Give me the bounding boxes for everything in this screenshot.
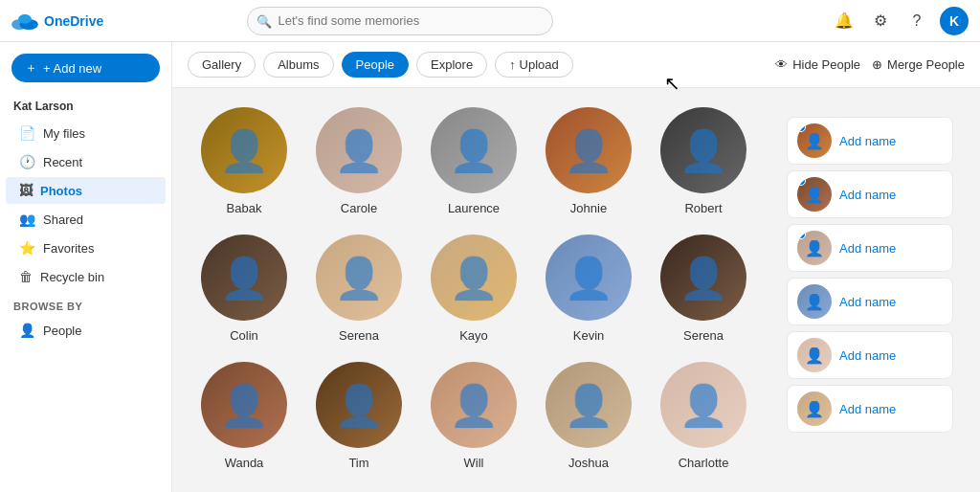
sidebar-label-recycle-bin: Recycle bin bbox=[40, 270, 104, 284]
user-avatar-btn[interactable]: K bbox=[940, 7, 969, 35]
person-card-colin[interactable]: 👤 Colin bbox=[191, 235, 297, 343]
help-btn[interactable]: ? bbox=[903, 8, 930, 34]
add-name-4[interactable]: Add name bbox=[839, 348, 896, 363]
sidebar-label-shared: Shared bbox=[43, 212, 83, 227]
tab-people[interactable]: People bbox=[342, 52, 409, 78]
unknown-avatar-4: 👤 bbox=[797, 338, 832, 372]
sidebar-label-people: People bbox=[43, 324, 81, 338]
sidebar-item-recent[interactable]: 🕐 Recent bbox=[6, 148, 166, 175]
notification-btn[interactable]: 🔔 bbox=[831, 8, 858, 34]
add-name-3[interactable]: Add name bbox=[839, 295, 896, 309]
add-name-5[interactable]: Add name bbox=[839, 402, 896, 416]
person-avatar-johnie: 👤 bbox=[546, 107, 632, 193]
people-row-1: 👤 Colin 👤 Serena 👤 Kayo bbox=[191, 235, 760, 343]
person-card-kevin[interactable]: 👤 Kevin bbox=[536, 235, 641, 343]
add-name-2[interactable]: Add name bbox=[839, 241, 896, 256]
upload-button[interactable]: ↑ Upload bbox=[495, 52, 573, 78]
person-avatar-serena2: 👤 bbox=[660, 235, 746, 321]
person-avatar-carole: 👤 bbox=[316, 107, 402, 193]
person-avatar-joshua: 👤 bbox=[546, 362, 632, 448]
right-panel: 👤 Add name 👤 Add name 👤 Ad bbox=[779, 107, 961, 473]
unknown-person-5[interactable]: 👤 Add name bbox=[787, 385, 953, 433]
people-row-2: 👤 Wanda 👤 Tim 👤 Will bbox=[191, 362, 760, 470]
person-card-joshua[interactable]: 👤 Joshua bbox=[536, 362, 641, 470]
person-name-joshua: Joshua bbox=[568, 456, 609, 470]
person-avatar-babak: 👤 bbox=[201, 107, 287, 193]
hide-people-button[interactable]: 👁 Hide People bbox=[775, 57, 860, 72]
add-name-1[interactable]: Add name bbox=[839, 188, 896, 202]
search-input[interactable] bbox=[247, 7, 553, 35]
person-card-serena[interactable]: 👤 Serena bbox=[306, 235, 412, 343]
onedrive-logo-icon bbox=[11, 12, 38, 30]
person-card-carole[interactable]: 👤 Carole bbox=[306, 107, 412, 215]
person-card-tim[interactable]: 👤 Tim bbox=[306, 362, 412, 470]
app-logo[interactable]: OneDrive bbox=[11, 12, 103, 30]
add-icon: ＋ bbox=[25, 59, 37, 77]
search-bar: 🔍 bbox=[247, 7, 553, 35]
settings-btn[interactable]: ⚙ bbox=[867, 8, 894, 34]
person-name-babak: Babak bbox=[227, 201, 262, 215]
favorites-icon: ⭐ bbox=[19, 240, 35, 256]
tab-gallery[interactable]: Gallery bbox=[188, 52, 256, 78]
unknown-person-3[interactable]: 👤 Add name bbox=[787, 278, 953, 325]
sidebar-label-photos: Photos bbox=[40, 184, 82, 198]
person-card-laurence[interactable]: 👤 Laurence bbox=[421, 107, 526, 215]
person-name-serena2: Serena bbox=[683, 328, 724, 343]
sidebar-label-favorites: Favorites bbox=[43, 241, 94, 256]
hide-people-label: Hide People bbox=[792, 57, 860, 72]
merge-people-button[interactable]: ⊕ Merge People bbox=[872, 57, 965, 72]
person-card-wanda[interactable]: 👤 Wanda bbox=[191, 362, 297, 470]
person-card-charlotte[interactable]: 👤 Charlotte bbox=[651, 362, 756, 470]
app-name: OneDrive bbox=[44, 13, 103, 29]
person-avatar-kevin: 👤 bbox=[546, 235, 632, 321]
unknown-avatar-0: 👤 bbox=[797, 123, 832, 158]
sidebar-item-recycle-bin[interactable]: 🗑 Recycle bin bbox=[6, 263, 166, 290]
add-new-button[interactable]: ＋ + Add new bbox=[11, 54, 160, 82]
person-card-babak[interactable]: 👤 Babak bbox=[191, 107, 297, 215]
sidebar-item-favorites[interactable]: ⭐ Favorites bbox=[6, 235, 166, 261]
person-name-charlotte: Charlotte bbox=[679, 456, 729, 470]
person-card-serena2[interactable]: 👤 Serena bbox=[651, 235, 756, 343]
content-area: Gallery Albums People Explore ↑ Upload 👁… bbox=[172, 42, 980, 492]
svg-point-2 bbox=[18, 14, 32, 24]
person-card-will[interactable]: 👤 Will bbox=[421, 362, 526, 470]
toolbar-right: 👁 Hide People ⊕ Merge People bbox=[775, 57, 965, 72]
sidebar-item-people[interactable]: 👤 People bbox=[6, 317, 166, 344]
person-name-johnie: Johnie bbox=[570, 201, 607, 215]
person-card-kayo[interactable]: 👤 Kayo bbox=[421, 235, 526, 343]
tab-explore[interactable]: Explore bbox=[416, 52, 487, 78]
photos-icon: 🖼 bbox=[19, 183, 33, 198]
person-name-kevin: Kevin bbox=[573, 328, 605, 343]
sidebar-username: Kat Larson bbox=[0, 94, 171, 119]
person-name-robert: Robert bbox=[684, 201, 722, 215]
topbar: OneDrive 🔍 🔔 ⚙ ? K bbox=[0, 0, 980, 42]
people-icon: 👤 bbox=[19, 323, 35, 338]
person-avatar-serena: 👤 bbox=[316, 235, 402, 321]
person-name-serena: Serena bbox=[339, 328, 379, 343]
people-row-0: 👤 Babak 👤 Carole 👤 Laure bbox=[191, 107, 760, 215]
merge-people-label: Merge People bbox=[887, 57, 965, 72]
person-avatar-will: 👤 bbox=[431, 362, 517, 448]
add-name-0[interactable]: Add name bbox=[839, 134, 896, 148]
sidebar-item-my-files[interactable]: 📄 My files bbox=[6, 120, 166, 146]
shared-icon: 👥 bbox=[19, 212, 35, 227]
tab-albums[interactable]: Albums bbox=[263, 52, 333, 78]
sidebar-item-shared[interactable]: 👥 Shared bbox=[6, 206, 166, 233]
my-files-icon: 📄 bbox=[19, 125, 35, 141]
sidebar: ＋ + Add new Kat Larson 📄 My files 🕐 Rece… bbox=[0, 42, 172, 492]
merge-people-icon: ⊕ bbox=[872, 57, 882, 72]
unknown-person-0[interactable]: 👤 Add name bbox=[787, 117, 953, 165]
unknown-person-1[interactable]: 👤 Add name bbox=[787, 170, 953, 218]
topbar-actions: 🔔 ⚙ ? K bbox=[831, 7, 969, 35]
sidebar-label-recent: Recent bbox=[43, 155, 82, 169]
sidebar-item-photos[interactable]: 🖼 Photos bbox=[6, 177, 166, 204]
person-avatar-wanda: 👤 bbox=[201, 362, 287, 448]
unknown-person-4[interactable]: 👤 Add name bbox=[787, 331, 953, 379]
person-card-robert[interactable]: 👤 Robert bbox=[651, 107, 756, 215]
sidebar-label-my-files: My files bbox=[43, 126, 85, 141]
person-card-johnie[interactable]: 👤 Johnie bbox=[536, 107, 641, 215]
recycle-bin-icon: 🗑 bbox=[19, 269, 33, 284]
unknown-avatar-2: 👤 bbox=[797, 231, 832, 265]
unknown-person-2[interactable]: 👤 Add name bbox=[787, 224, 953, 272]
person-name-tim: Tim bbox=[348, 456, 368, 470]
